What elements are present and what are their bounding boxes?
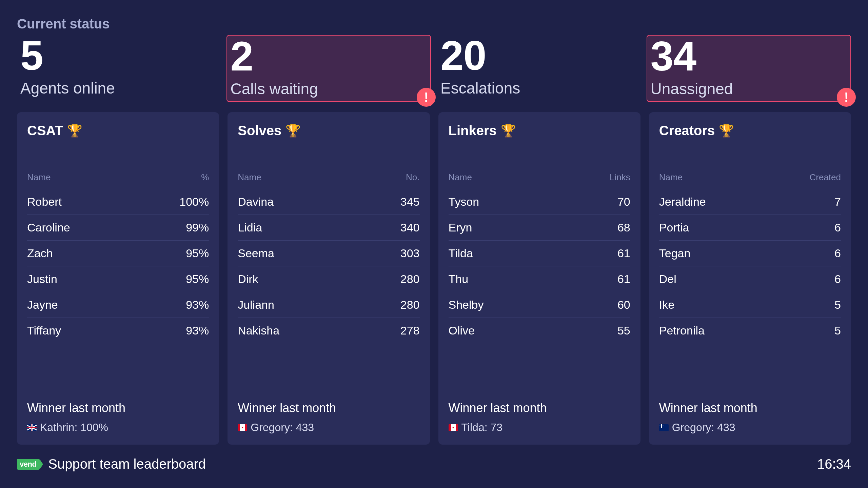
row-value: 280 bbox=[400, 272, 420, 286]
status-card-unassigned: 34 Unassigned ! bbox=[647, 35, 851, 102]
row-name: Jayne bbox=[27, 298, 58, 311]
table-row: Tiffany93% bbox=[27, 318, 209, 343]
status-card-agents-online: 5 Agents online bbox=[17, 35, 220, 102]
table-row: Zach95% bbox=[27, 241, 209, 266]
board-title: CSAT 🏆 bbox=[27, 123, 209, 138]
row-name: Juliann bbox=[238, 298, 274, 311]
winner-label: Winner last month bbox=[449, 401, 630, 415]
row-value: 93% bbox=[186, 298, 209, 311]
board-header: Name Created bbox=[659, 172, 841, 189]
board-title: Solves 🏆 bbox=[238, 123, 419, 138]
winner-label: Winner last month bbox=[27, 401, 209, 415]
vend-logo: vend bbox=[17, 459, 40, 470]
flag-icon bbox=[449, 424, 458, 431]
board-title-text: CSAT bbox=[27, 123, 63, 138]
row-name: Ike bbox=[659, 298, 674, 311]
board-title-text: Linkers bbox=[449, 123, 497, 138]
row-value: 100% bbox=[179, 195, 209, 208]
row-value: 68 bbox=[617, 221, 630, 234]
row-name: Del bbox=[659, 272, 676, 286]
row-name: Tyson bbox=[449, 195, 479, 208]
board-csat: CSAT 🏆 Name % Robert100% Caroline99% Zac… bbox=[17, 112, 219, 445]
winner-label: Winner last month bbox=[659, 401, 841, 415]
row-name: Portia bbox=[659, 221, 689, 234]
row-value: 5 bbox=[834, 298, 841, 311]
col-value: Created bbox=[810, 172, 841, 183]
table-row: Seema303 bbox=[238, 241, 419, 266]
winner-section: Winner last month Kathrin: 100% bbox=[27, 391, 209, 434]
table-row: Davina345 bbox=[238, 189, 419, 215]
row-value: 70 bbox=[617, 195, 630, 208]
winner-text: Tilda: 73 bbox=[461, 421, 503, 434]
board-solves: Solves 🏆 Name No. Davina345 Lidia340 See… bbox=[228, 112, 430, 445]
board-title: Creators 🏆 bbox=[659, 123, 841, 138]
row-value: 61 bbox=[617, 247, 630, 260]
row-name: Dirk bbox=[238, 272, 258, 286]
footer: vend Support team leaderboard 16:34 bbox=[17, 445, 851, 472]
row-name: Seema bbox=[238, 247, 274, 260]
board-creators: Creators 🏆 Name Created Jeraldine7 Porti… bbox=[649, 112, 851, 445]
board-table: Name % Robert100% Caroline99% Zach95% Ju… bbox=[27, 172, 209, 343]
col-name: Name bbox=[27, 172, 51, 183]
board-title-text: Creators bbox=[659, 123, 715, 138]
status-value: 2 bbox=[231, 36, 427, 77]
status-value: 20 bbox=[440, 35, 637, 76]
alert-icon: ! bbox=[837, 88, 856, 107]
row-name: Tiffany bbox=[27, 324, 61, 337]
row-name: Tegan bbox=[659, 247, 691, 260]
status-label: Calls waiting bbox=[231, 80, 427, 98]
alert-icon: ! bbox=[417, 88, 436, 107]
status-value: 5 bbox=[20, 35, 217, 76]
row-value: 93% bbox=[186, 324, 209, 337]
row-value: 5 bbox=[834, 324, 841, 337]
winner-value: Gregory: 433 bbox=[238, 421, 419, 434]
col-value: % bbox=[201, 172, 209, 183]
row-value: 7 bbox=[834, 195, 841, 208]
status-label: Unassigned bbox=[651, 80, 847, 98]
row-value: 278 bbox=[400, 324, 420, 337]
row-name: Shelby bbox=[449, 298, 484, 311]
table-row: Del6 bbox=[659, 266, 841, 292]
table-row: Justin95% bbox=[27, 266, 209, 292]
flag-icon bbox=[27, 424, 37, 431]
table-row: Portia6 bbox=[659, 215, 841, 241]
row-name: Thu bbox=[449, 272, 469, 286]
status-section: Current status 5 Agents online 2 Calls w… bbox=[17, 16, 851, 102]
table-row: Tegan6 bbox=[659, 241, 841, 266]
table-row: Olive55 bbox=[449, 318, 630, 343]
winner-value: Kathrin: 100% bbox=[27, 421, 209, 434]
status-title: Current status bbox=[17, 16, 851, 32]
row-value: 6 bbox=[834, 272, 841, 286]
row-name: Olive bbox=[449, 324, 475, 337]
winner-value: Gregory: 433 bbox=[659, 421, 841, 434]
row-value: 55 bbox=[617, 324, 630, 337]
winner-text: Gregory: 433 bbox=[251, 421, 314, 434]
table-row: Tilda61 bbox=[449, 241, 630, 266]
winner-section: Winner last month Gregory: 433 bbox=[659, 391, 841, 434]
winner-text: Kathrin: 100% bbox=[40, 421, 108, 434]
row-value: 61 bbox=[617, 272, 630, 286]
status-cards: 5 Agents online 2 Calls waiting ! 20 Esc… bbox=[17, 35, 851, 102]
leaderboards: CSAT 🏆 Name % Robert100% Caroline99% Zac… bbox=[17, 112, 851, 445]
table-row: Jayne93% bbox=[27, 292, 209, 318]
row-value: 60 bbox=[617, 298, 630, 311]
status-label: Agents online bbox=[20, 79, 217, 97]
footer-left: vend Support team leaderboard bbox=[17, 456, 206, 472]
trophy-icon: 🏆 bbox=[719, 124, 734, 138]
table-row: Shelby60 bbox=[449, 292, 630, 318]
table-row: Caroline99% bbox=[27, 215, 209, 241]
row-value: 280 bbox=[400, 298, 420, 311]
table-row: Tyson70 bbox=[449, 189, 630, 215]
col-name: Name bbox=[449, 172, 472, 183]
row-name: Tilda bbox=[449, 247, 473, 260]
board-header: Name % bbox=[27, 172, 209, 189]
row-value: 95% bbox=[186, 247, 209, 260]
winner-label: Winner last month bbox=[238, 401, 419, 415]
board-table: Name Links Tyson70 Eryn68 Tilda61 Thu61 … bbox=[449, 172, 630, 343]
row-value: 345 bbox=[400, 195, 420, 208]
board-header: Name No. bbox=[238, 172, 419, 189]
table-row: Robert100% bbox=[27, 189, 209, 215]
flag-icon bbox=[238, 424, 247, 431]
flag-icon bbox=[659, 424, 669, 431]
col-value: Links bbox=[610, 172, 630, 183]
